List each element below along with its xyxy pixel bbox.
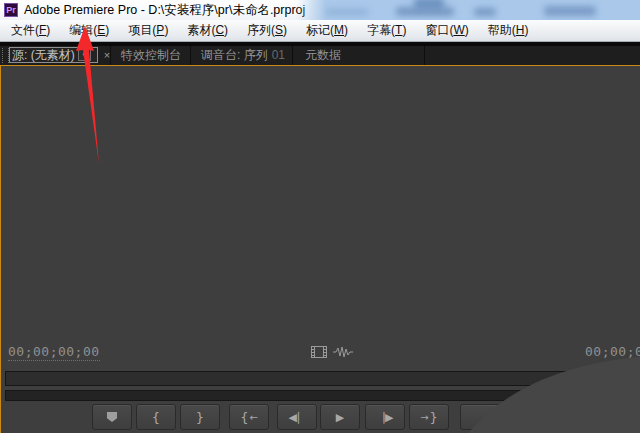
title-bar: Pr Adobe Premiere Pro - D:\安装程序\pr\未命名.p…: [0, 0, 640, 20]
menu-project[interactable]: 项目(P): [125, 22, 171, 39]
window-title: Adobe Premiere Pro - D:\安装程序\pr\未命名.prpr…: [24, 0, 305, 20]
menu-edit[interactable]: 编辑(E): [66, 22, 112, 39]
add-marker-button[interactable]: [92, 404, 132, 430]
play-button[interactable]: ▶: [320, 404, 360, 430]
tab-metadata[interactable]: 元数据: [293, 46, 425, 65]
set-out-icon: }: [196, 410, 204, 425]
step-back-button[interactable]: ◀▏: [277, 404, 317, 430]
marker-icon: [107, 412, 117, 422]
set-out-point-button[interactable]: }: [180, 404, 220, 430]
step-forward-icon: ▶: [385, 411, 393, 424]
panel-tab-bar: 源: (无素材) ▼ × 特效控制台 调音台: 序列01 元数据: [0, 46, 640, 65]
goto-out-point-button[interactable]: →}: [409, 404, 449, 430]
play-icon: ▶: [336, 411, 344, 424]
panel-focus-outline: [0, 65, 1, 433]
blur-blob: [474, 8, 496, 16]
panel-menu-button[interactable]: ▼: [78, 49, 91, 61]
goto-in-icon: {: [240, 410, 248, 425]
menu-file[interactable]: 文件(F): [8, 22, 53, 39]
blur-blob: [544, 6, 596, 16]
blurred-desktop-area: [296, 0, 640, 20]
goto-out-icon: }: [430, 410, 438, 425]
tab-effect-controls[interactable]: 特效控制台: [111, 46, 191, 65]
menu-sequence[interactable]: 序列(S): [244, 22, 290, 39]
menu-clip[interactable]: 素材(C): [184, 22, 231, 39]
step-forward-button[interactable]: ▕▶: [365, 404, 405, 430]
blur-blob: [414, 0, 444, 10]
premiere-window: Pr Adobe Premiere Pro - D:\安装程序\pr\未命名.p…: [0, 0, 640, 433]
current-timecode-field[interactable]: 00;00;00;00: [8, 344, 100, 361]
step-back-icon: ◀: [288, 411, 296, 424]
menu-title[interactable]: 字幕(T): [364, 22, 409, 39]
menu-bar: 文件(F) 编辑(E) 项目(P) 素材(C) 序列(S) 标记(M) 字幕(T…: [0, 20, 640, 42]
menu-help[interactable]: 帮助(H): [485, 22, 532, 39]
premiere-app-icon[interactable]: Pr: [4, 3, 18, 17]
drag-video-icon[interactable]: [311, 345, 327, 359]
tab-audio-mixer[interactable]: 调音台: 序列01: [191, 46, 293, 65]
blur-blob: [326, 9, 368, 15]
menu-window[interactable]: 窗口(W): [422, 22, 471, 39]
set-in-icon: {: [152, 410, 160, 425]
drag-audio-icon[interactable]: [333, 345, 353, 359]
menu-marker[interactable]: 标记(M): [303, 22, 351, 39]
goto-in-point-button[interactable]: {←: [229, 404, 269, 430]
tab-source-label: 源: (无素材): [12, 47, 78, 64]
tab-source-monitor[interactable]: 源: (无素材) ▼: [9, 47, 98, 63]
panel-grip-icon[interactable]: [2, 48, 9, 63]
set-in-point-button[interactable]: {: [136, 404, 176, 430]
